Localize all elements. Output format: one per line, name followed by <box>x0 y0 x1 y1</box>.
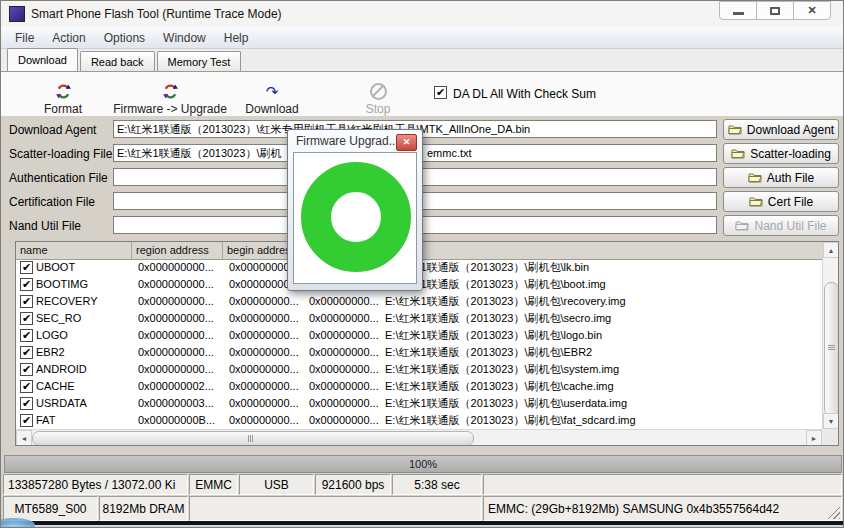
row-checkbox[interactable]: ✔ <box>20 397 33 410</box>
download-agent-browse-button[interactable]: Download Agent <box>723 119 839 140</box>
cell-location: E:\红米1联通版（2013023）\刷机包\EBR2 <box>385 344 822 361</box>
cell-begin: 0x00000000... <box>229 310 305 327</box>
row-checkbox[interactable]: ✔ <box>20 312 33 325</box>
cell-name: UBOOT <box>36 259 130 276</box>
row-checkbox[interactable]: ✔ <box>20 278 33 291</box>
firmware-upgrade-button[interactable]: Firmware -> Upgrade <box>109 83 231 116</box>
row-checkbox[interactable]: ✔ <box>20 414 33 427</box>
cell-name: FAT <box>36 412 130 429</box>
close-button[interactable]: ✕ <box>793 1 831 20</box>
check-icon: ✔ <box>22 398 31 409</box>
menu-options[interactable]: Options <box>95 31 154 45</box>
tab-read-back[interactable]: Read back <box>80 51 155 71</box>
header-location[interactable] <box>381 242 822 259</box>
horizontal-scroll-thumb[interactable] <box>32 431 474 446</box>
menu-file[interactable]: File <box>6 31 43 45</box>
cert-file-button[interactable]: Cert File <box>723 191 839 212</box>
table-row-sec-ro[interactable]: ✔ SEC_RO 0x000000000... 0x00000000... 0x… <box>16 310 822 327</box>
scroll-left-button[interactable]: ◄ <box>16 430 32 446</box>
window-controls: ✕ <box>720 1 831 20</box>
cell-location: E:\红米1联通版（2013023）\刷机包\userdata.img <box>385 395 822 412</box>
cell-end: 0x00000000... <box>309 412 381 429</box>
horizontal-scrollbar[interactable]: ◄ ► <box>16 429 822 445</box>
status-empty-1 <box>483 474 842 495</box>
folder-icon <box>748 172 762 183</box>
vertical-scroll-thumb[interactable] <box>824 282 839 416</box>
maximize-icon <box>770 7 780 15</box>
table-row-fat[interactable]: ✔ FAT 0x00000000B... 0x00000000... 0x000… <box>16 412 822 429</box>
menu-action[interactable]: Action <box>43 31 94 45</box>
checksum-checkbox[interactable]: ✔ <box>434 86 447 99</box>
check-icon: ✔ <box>22 313 31 324</box>
check-icon: ✔ <box>22 364 31 375</box>
menu-help[interactable]: Help <box>215 31 258 45</box>
folder-icon <box>731 148 745 159</box>
cell-name: LOGO <box>36 327 130 344</box>
minimize-button[interactable] <box>719 1 757 20</box>
check-icon: ✔ <box>22 279 31 290</box>
check-icon: ✔ <box>22 296 31 307</box>
row-checkbox[interactable]: ✔ <box>20 380 33 393</box>
cell-begin: 0x00000000... <box>229 395 305 412</box>
table-row-cache[interactable]: ✔ CACHE 0x000000002... 0x00000000... 0x0… <box>16 378 822 395</box>
row-checkbox[interactable]: ✔ <box>20 329 33 342</box>
cell-end: 0x00000000... <box>309 344 381 361</box>
scrollbar-corner <box>822 429 838 445</box>
table-row-logo[interactable]: ✔ LOGO 0x000000000... 0x00000000... 0x00… <box>16 327 822 344</box>
cell-begin: 0x00000000... <box>229 344 305 361</box>
table-row-ebr2[interactable]: ✔ EBR2 0x000000000... 0x00000000... 0x00… <box>16 344 822 361</box>
table-row-recovery[interactable]: ✔ RECOVERY 0x000000000... 0x00000000... … <box>16 293 822 310</box>
table-row-usrdata[interactable]: ✔ USRDATA 0x000000003... 0x00000000... 0… <box>16 395 822 412</box>
toolbar: Format Firmware -> Upgrade ↷ Download St… <box>1 71 844 116</box>
download-agent-label: Download Agent <box>9 123 96 137</box>
cell-location: E:\红米1联通版（2013023）\刷机包\secro.img <box>385 310 822 327</box>
tab-memory-test[interactable]: Memory Test <box>157 51 242 71</box>
folder-icon <box>749 196 763 207</box>
taskbar-peek-decoration <box>0 518 35 528</box>
progress-percent: 100% <box>409 458 437 470</box>
dialog-close-button[interactable]: ✕ <box>396 134 417 151</box>
dialog-title: Firmware Upgrad... <box>296 134 399 148</box>
download-button[interactable]: ↷ Download <box>232 83 312 116</box>
nand-util-label: Nand Util File <box>9 219 81 233</box>
row-checkbox[interactable]: ✔ <box>20 363 33 376</box>
cell-begin: 0x00000000... <box>229 293 305 310</box>
cell-region: 0x000000000... <box>138 361 222 378</box>
check-icon: ✔ <box>22 330 31 341</box>
menu-window[interactable]: Window <box>154 31 215 45</box>
cell-name: BOOTIMG <box>36 276 130 293</box>
header-region-address[interactable]: region address <box>132 242 223 259</box>
folder-icon <box>735 220 749 231</box>
scroll-down-button[interactable]: ▼ <box>823 413 839 429</box>
minimize-icon <box>733 12 744 15</box>
status-emmc-info: EMMC: (29Gb+8192Mb) SAMSUNG 0x4b3557564d… <box>483 496 842 521</box>
scroll-up-button[interactable]: ▲ <box>823 242 839 258</box>
cell-region: 0x000000000... <box>138 276 222 293</box>
cell-name: EBR2 <box>36 344 130 361</box>
folder-icon <box>728 124 742 135</box>
status-elapsed-time: 5:38 sec <box>392 474 482 495</box>
close-icon: ✕ <box>403 138 411 147</box>
vertical-scrollbar[interactable]: ▲ ▼ <box>822 242 838 429</box>
nand-util-button: Nand Util File <box>723 215 839 236</box>
cell-location: E:\红米1联通版（2013023）\刷机包\lk.bin <box>385 259 822 276</box>
scatter-loading-button[interactable]: Scatter-loading <box>723 143 839 164</box>
row-checkbox[interactable]: ✔ <box>20 346 33 359</box>
resize-grip[interactable] <box>827 506 840 519</box>
maximize-button[interactable] <box>756 1 794 20</box>
row-checkbox[interactable]: ✔ <box>20 295 33 308</box>
cell-name: RECOVERY <box>36 293 130 310</box>
table-row-android[interactable]: ✔ ANDROID 0x000000000... 0x00000000... 0… <box>16 361 822 378</box>
cell-region: 0x000000000... <box>138 310 222 327</box>
cell-end: 0x00000000... <box>309 395 381 412</box>
scroll-right-button[interactable]: ► <box>806 430 822 446</box>
cell-begin: 0x00000000... <box>229 361 305 378</box>
tab-download[interactable]: Download <box>7 48 78 71</box>
row-checkbox[interactable]: ✔ <box>20 261 33 274</box>
app-icon <box>9 6 25 22</box>
cell-begin: 0x00000000... <box>229 327 305 344</box>
format-button[interactable]: Format <box>33 83 93 116</box>
header-name[interactable]: name <box>16 242 132 259</box>
auth-file-button[interactable]: Auth File <box>723 167 839 188</box>
status-dram: 8192Mb DRAM <box>99 496 188 521</box>
